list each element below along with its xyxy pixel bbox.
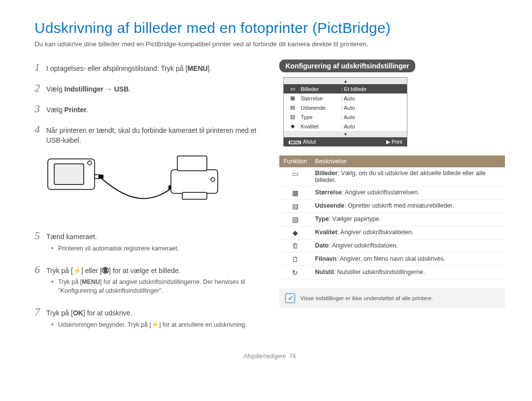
step-4-text: Når printeren er tændt, skal du forbinde…	[46, 125, 265, 146]
func-icon: ◆	[279, 226, 311, 240]
step-number: 7	[34, 304, 41, 320]
func-desc: Kvalitet: Angiver udskriftskvaliteten.	[311, 226, 505, 240]
lcd-foot-right: ▶ Print	[386, 139, 402, 145]
lcd-preview: ▴ ▭ Billeder Et billede ▦ Størrelse Auto…	[283, 77, 407, 147]
step-7-pre: Tryk på [	[46, 309, 73, 317]
func-desc: Størrelse: Angiver udskriftsstørrelsen.	[311, 186, 505, 200]
table-row: ▦Størrelse: Angiver udskriftsstørrelsen.	[279, 186, 505, 200]
svg-rect-6	[171, 170, 218, 193]
note-box: ✓ Visse indstillinger er ikke understøtt…	[279, 288, 505, 308]
lcd-up-arrow-icon: ▴	[284, 78, 407, 84]
func-desc: Type: Vælger papirtype.	[311, 213, 505, 226]
config-header-pill: Konfigurering af udskriftsindstillinger	[279, 60, 415, 72]
func-icon: ▤	[279, 200, 311, 213]
flash-icon: ⚡	[151, 321, 159, 328]
lcd-row-value: Auto	[341, 105, 355, 111]
func-desc: Udseende: Opretter udskrift med miniatur…	[311, 200, 505, 213]
arrow-icon: →	[103, 85, 114, 93]
lcd-row-icon: ◆	[289, 123, 297, 129]
step-2-b1: Indstillinger	[65, 85, 103, 93]
lcd-row-label: Billeder	[300, 86, 337, 92]
lcd-row-value: Et billede	[341, 86, 366, 92]
svg-rect-8	[182, 192, 207, 199]
left-column: 1 I optagelses- eller afspilningstilstan…	[34, 60, 265, 338]
menu-key: MENU	[82, 278, 100, 285]
step-1-post: ].	[208, 64, 212, 72]
func-desc: Nulstil: Nulstiller udskriftsindstilling…	[311, 266, 505, 279]
svg-rect-7	[177, 156, 207, 171]
step-3-b1: Printer	[65, 106, 87, 114]
step-7-bullet: Udskrivningen begynder. Tryk på [⚡] for …	[54, 320, 265, 329]
step-7-b-post: ] for at annullere en udskrivning.	[159, 321, 247, 328]
step-2-post: .	[129, 85, 131, 93]
svg-rect-1	[54, 164, 84, 185]
step-7-b-pre: Udskrivningen begynder. Tryk på [	[58, 321, 151, 328]
func-icon: ▭	[279, 167, 311, 186]
step-5-bullet: Printeren vil automatisk registrere kame…	[54, 244, 265, 253]
step-3-post: .	[87, 106, 89, 114]
page-intro: Du kan udskrive dine billeder med en Pic…	[34, 40, 505, 48]
table-row: ▧Type: Vælger papirtype.	[279, 213, 505, 226]
page-footer: Afspille/redigere 74	[34, 353, 505, 360]
step-2-b2: USB	[114, 85, 129, 93]
ok-key: OK	[73, 309, 83, 317]
table-row: 🗓Dato: Angiver udskriftsdatoen.	[279, 240, 505, 253]
step-6-bullet: Tryk på [MENU] for at angive udskriftsin…	[54, 278, 265, 295]
info-icon: ✓	[285, 293, 295, 303]
func-desc: Filnavn: Angiver, om filens navn skal ud…	[311, 253, 505, 266]
svg-rect-4	[99, 175, 103, 179]
timer-icon: 🕲	[102, 267, 109, 275]
note-text: Visse indstillinger er ikke understøttet…	[300, 295, 433, 301]
svg-point-9	[211, 178, 215, 182]
lcd-row-label: Størrelse	[300, 95, 337, 101]
func-icon: 🗋	[279, 253, 311, 266]
func-icon: ▦	[279, 186, 311, 200]
step-2-pre: Vælg	[46, 85, 65, 93]
right-column: Konfigurering af udskriftsindstillinger …	[279, 60, 505, 338]
step-7-post: ] for at udskrive.	[83, 309, 133, 317]
footer-page-number: 74	[289, 353, 296, 360]
step-number: 3	[34, 101, 41, 117]
step-5-text: Tænd kameraet.	[46, 233, 97, 241]
flash-icon: ⚡	[73, 267, 81, 275]
func-desc: Billeder: Vælg, om du vil udskrive det a…	[311, 167, 505, 186]
step-number: 1	[34, 60, 41, 75]
lcd-row-icon: ▤	[289, 104, 297, 111]
func-icon: ▧	[279, 213, 311, 226]
lcd-row-value: Auto	[341, 114, 355, 120]
step-number: 6	[34, 262, 41, 278]
func-desc: Dato: Angiver udskriftsdatoen.	[311, 240, 505, 253]
step-1-pre: I optagelses- eller afspilningstilstand:…	[46, 64, 187, 72]
func-icon: 🗓	[279, 240, 311, 253]
step-number: 4	[34, 122, 41, 137]
step-number: 2	[34, 80, 41, 96]
table-row: ▭Billeder: Vælg, om du vil udskrive det …	[279, 167, 505, 186]
page-title: Udskrivning af billeder med en fotoprint…	[34, 20, 505, 36]
lcd-row-label: Udseende	[300, 105, 337, 111]
step-number: 5	[34, 228, 41, 244]
lcd-row-icon: ▧	[289, 114, 297, 120]
step-3-pre: Vælg	[46, 106, 65, 114]
lcd-row-icon: ▭	[289, 86, 297, 92]
func-th-1: Funktion	[279, 155, 311, 167]
menu-key: MENU	[187, 64, 207, 72]
func-icon: ↻	[279, 266, 311, 279]
lcd-row-label: Type	[300, 114, 337, 120]
table-row: 🗋Filnavn: Angiver, om filens navn skal u…	[279, 253, 505, 266]
lcd-row-value: Auto	[341, 95, 355, 101]
footer-section: Afspille/redigere	[243, 353, 286, 360]
lcd-row-value: Auto	[341, 123, 355, 129]
table-row: ↻Nulstil: Nulstiller udskriftsindstillin…	[279, 266, 505, 279]
func-th-2: Beskrivelse	[311, 155, 505, 167]
step-6-post: ] for at vælge et billede.	[109, 267, 181, 275]
svg-point-2	[88, 161, 92, 165]
function-table: Funktion Beskrivelse ▭Billeder: Vælg, om…	[279, 155, 505, 279]
step-6-b-pre: Tryk på [	[58, 278, 82, 285]
camera-printer-illustration	[45, 150, 223, 219]
lcd-down-arrow-icon: ▾	[284, 131, 407, 137]
lcd-foot-left: MENUAfslut	[289, 139, 316, 145]
table-row: ◆Kvalitet: Angiver udskriftskvaliteten.	[279, 226, 505, 240]
lcd-row-label: Kvalitet	[300, 123, 337, 129]
lcd-row-icon: ▦	[289, 95, 297, 101]
step-6-pre: Tryk på [	[46, 267, 73, 275]
